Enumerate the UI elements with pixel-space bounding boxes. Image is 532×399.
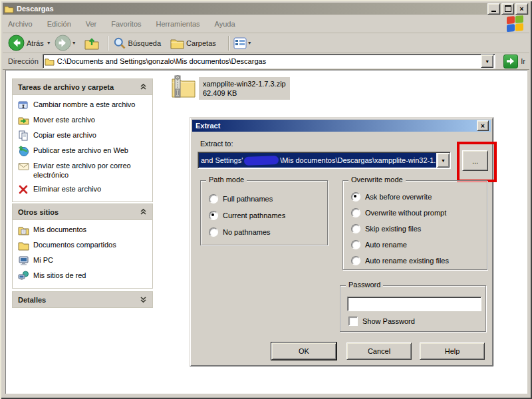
menu-herramientas[interactable]: Herramientas [156, 20, 200, 28]
file-name: xampplite-win32-1.7.3.zip [203, 79, 286, 88]
task-section-header[interactable]: Tareas de archivo y carpeta [13, 79, 152, 95]
show-password-option[interactable]: Show Password [348, 317, 415, 326]
dialog-titlebar: Extract × [192, 120, 491, 132]
task-item-publish[interactable]: Publicar este archivo en Web [18, 146, 148, 156]
zip-folder-icon [170, 74, 197, 98]
dialog-close-button[interactable]: × [477, 120, 489, 131]
go-label[interactable]: Ir [521, 57, 525, 65]
cancel-button[interactable]: Cancel [346, 342, 412, 360]
windows-logo-icon [507, 15, 524, 33]
close-button[interactable]: × [515, 3, 528, 15]
task-item-rename[interactable]: Cambiar nombre a este archivo [18, 100, 148, 110]
search-icon[interactable] [113, 37, 126, 50]
dialog-title: Extract [196, 122, 477, 130]
task-item-delete[interactable]: Eliminar este archivo [18, 184, 148, 195]
place-item-network[interactable]: Mis sitios de red [18, 271, 148, 281]
move-icon [18, 115, 29, 126]
menu-archivo[interactable]: Archivo [8, 20, 33, 28]
search-label[interactable]: Búsqueda [128, 39, 162, 47]
toolbar-separator [228, 36, 229, 51]
folders-icon[interactable] [170, 37, 184, 49]
chevron-down-icon[interactable] [140, 296, 147, 303]
address-input[interactable]: C:\Documents and Settings\gonzalo\Mis do… [43, 54, 495, 68]
ok-button[interactable]: OK [271, 342, 336, 360]
radio-icon[interactable] [209, 194, 218, 203]
menu-favoritos[interactable]: Favoritos [111, 20, 141, 28]
back-dropdown-icon[interactable]: ▼ [47, 41, 51, 45]
radio-icon[interactable] [351, 256, 360, 265]
place-item-my-documents[interactable]: Mis documentos [18, 225, 148, 235]
radio-label: Auto rename [365, 241, 407, 249]
radio-icon-checked[interactable] [351, 192, 360, 201]
address-dropdown-button[interactable]: ▼ [481, 55, 493, 68]
maximize-button[interactable] [501, 3, 514, 15]
file-item-zip[interactable]: xampplite-win32-1.7.3.zip 62.409 KB [170, 74, 290, 100]
place-label: Mis documentos [33, 225, 86, 234]
radio-icon[interactable] [209, 227, 218, 237]
section-title: Otros sitios [18, 208, 140, 216]
radio-auto-rename[interactable]: Auto rename [351, 237, 487, 253]
extract-path-value: and Settings' \Mis documentos\Descargas\… [199, 153, 436, 168]
forward-button[interactable] [55, 35, 71, 51]
overwrite-mode-group: Overwrite mode Ask before overwrite Over… [342, 180, 487, 270]
radio-icon[interactable] [351, 224, 360, 233]
task-section-header[interactable]: Detalles [13, 292, 152, 307]
task-label: Enviar este archivo por correo electróni… [33, 161, 148, 180]
extract-path-combobox[interactable]: and Settings' \Mis documentos\Descargas\… [198, 152, 451, 169]
forward-dropdown-icon[interactable]: ▼ [72, 41, 76, 45]
minimize-button[interactable] [487, 3, 500, 15]
radio-current-pathnames[interactable]: Current pathnames [209, 207, 327, 223]
checkbox-icon[interactable] [348, 317, 358, 326]
folders-label[interactable]: Carpetas [186, 39, 216, 47]
task-item-copy[interactable]: Copiar este archivo [18, 130, 148, 141]
radio-label: Skip existing files [365, 225, 421, 233]
radio-label: Overwrite without prompt [365, 209, 446, 217]
place-label: Mi PC [33, 255, 53, 265]
combobox-dropdown-button[interactable]: ▼ [437, 153, 450, 168]
radio-label: Full pathnames [223, 195, 273, 203]
views-dropdown-icon[interactable]: ▼ [247, 41, 252, 45]
task-item-move[interactable]: Mover este archivo [18, 115, 148, 126]
radio-full-pathnames[interactable]: Full pathnames [209, 190, 327, 207]
overwrite-mode-title: Overwrite mode [348, 176, 406, 184]
radio-label: No pathnames [223, 228, 271, 236]
menu-ayuda[interactable]: Ayuda [215, 20, 235, 28]
task-section-other-places: Otros sitios Mis documentos Documentos c… [12, 203, 153, 289]
show-password-label: Show Password [362, 317, 415, 325]
censored-username-scribble [244, 156, 279, 166]
chevron-up-icon[interactable] [140, 208, 147, 215]
radio-skip-existing-files[interactable]: Skip existing files [351, 221, 487, 237]
radio-icon[interactable] [351, 208, 360, 217]
task-label: Cambiar nombre a este archivo [33, 100, 135, 109]
back-label[interactable]: Atrás [27, 39, 44, 47]
password-input[interactable] [347, 297, 481, 311]
radio-overwrite-without-prompt[interactable]: Overwrite without prompt [351, 205, 487, 221]
views-button[interactable] [233, 37, 247, 49]
place-item-shared-documents[interactable]: Documentos compartidos [18, 240, 148, 251]
go-button[interactable] [503, 55, 518, 68]
minimize-icon [491, 11, 496, 12]
maximize-icon [505, 5, 511, 12]
path-prefix: and Settings' [201, 156, 243, 164]
radio-icon[interactable] [351, 240, 360, 249]
path-suffix: \Mis documentos\Descargas\xampplite-win3… [280, 156, 436, 164]
place-item-my-computer[interactable]: Mi PC [18, 255, 148, 266]
task-item-email[interactable]: Enviar este archivo por correo electróni… [18, 161, 148, 180]
radio-label: Auto rename existing files [365, 257, 449, 265]
radio-no-pathnames[interactable]: No pathnames [209, 223, 327, 240]
place-label: Documentos compartidos [33, 240, 116, 249]
copy-icon [18, 130, 29, 141]
menu-ver[interactable]: Ver [86, 20, 97, 28]
radio-auto-rename-existing-files[interactable]: Auto rename existing files [351, 253, 487, 269]
window-title: Descargas [17, 5, 486, 13]
path-mode-title: Path mode [206, 176, 247, 184]
toolbar: Atrás ▼ ▼ Búsqueda Carpetas ▼ [3, 33, 529, 53]
up-folder-button[interactable] [84, 36, 100, 51]
help-button[interactable]: Help [420, 342, 485, 360]
radio-icon-checked[interactable] [209, 211, 218, 220]
back-button[interactable] [8, 35, 25, 51]
task-section-header[interactable]: Otros sitios [13, 204, 152, 220]
radio-ask-before-overwrite[interactable]: Ask before overwrite [351, 189, 487, 205]
menu-edicion[interactable]: Edición [47, 20, 71, 28]
chevron-up-icon[interactable] [140, 83, 147, 90]
